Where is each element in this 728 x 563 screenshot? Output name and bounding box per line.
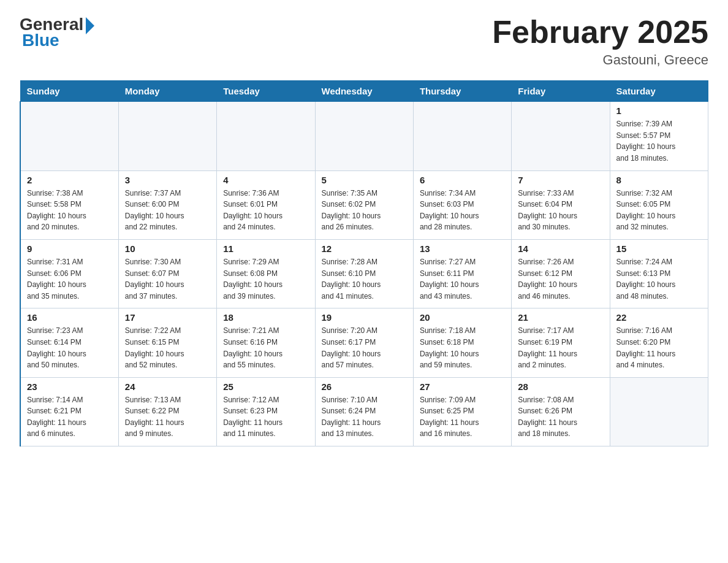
weekday-header-tuesday: Tuesday bbox=[217, 81, 315, 102]
day-info: Sunrise: 7:21 AM Sunset: 6:16 PM Dayligh… bbox=[223, 325, 308, 370]
calendar-cell: 12Sunrise: 7:28 AM Sunset: 6:10 PM Dayli… bbox=[315, 239, 413, 308]
weekday-header-row: SundayMondayTuesdayWednesdayThursdayFrid… bbox=[20, 81, 708, 102]
day-number: 13 bbox=[420, 243, 505, 254]
week-row-2: 2Sunrise: 7:38 AM Sunset: 5:58 PM Daylig… bbox=[20, 170, 708, 239]
day-number: 1 bbox=[616, 105, 702, 116]
week-row-3: 9Sunrise: 7:31 AM Sunset: 6:06 PM Daylig… bbox=[20, 239, 708, 308]
weekday-header-sunday: Sunday bbox=[20, 81, 118, 102]
calendar-cell: 8Sunrise: 7:32 AM Sunset: 6:05 PM Daylig… bbox=[610, 170, 708, 239]
day-info: Sunrise: 7:38 AM Sunset: 5:58 PM Dayligh… bbox=[27, 188, 112, 233]
day-number: 2 bbox=[27, 175, 112, 185]
day-info: Sunrise: 7:28 AM Sunset: 6:10 PM Dayligh… bbox=[322, 256, 407, 302]
day-number: 28 bbox=[518, 381, 603, 392]
calendar-cell: 21Sunrise: 7:17 AM Sunset: 6:19 PM Dayli… bbox=[512, 308, 610, 377]
day-info: Sunrise: 7:08 AM Sunset: 6:26 PM Dayligh… bbox=[518, 394, 603, 440]
calendar-cell: 13Sunrise: 7:27 AM Sunset: 6:11 PM Dayli… bbox=[413, 239, 511, 308]
day-info: Sunrise: 7:22 AM Sunset: 6:15 PM Dayligh… bbox=[125, 325, 210, 370]
calendar-cell: 7Sunrise: 7:33 AM Sunset: 6:04 PM Daylig… bbox=[512, 170, 610, 239]
calendar-cell: 2Sunrise: 7:38 AM Sunset: 5:58 PM Daylig… bbox=[20, 170, 118, 239]
logo-blue-text: Blue bbox=[22, 31, 59, 50]
day-number: 26 bbox=[322, 381, 407, 392]
day-info: Sunrise: 7:36 AM Sunset: 6:01 PM Dayligh… bbox=[223, 188, 308, 233]
day-number: 15 bbox=[616, 243, 702, 254]
week-row-5: 23Sunrise: 7:14 AM Sunset: 6:21 PM Dayli… bbox=[20, 377, 708, 446]
calendar-cell: 1Sunrise: 7:39 AM Sunset: 5:57 PM Daylig… bbox=[610, 102, 708, 170]
calendar-cell: 26Sunrise: 7:10 AM Sunset: 6:24 PM Dayli… bbox=[315, 377, 413, 446]
calendar-cell: 25Sunrise: 7:12 AM Sunset: 6:23 PM Dayli… bbox=[217, 377, 315, 446]
day-number: 4 bbox=[223, 175, 308, 185]
day-number: 12 bbox=[322, 243, 407, 254]
day-info: Sunrise: 7:30 AM Sunset: 6:07 PM Dayligh… bbox=[125, 256, 210, 302]
calendar-cell: 23Sunrise: 7:14 AM Sunset: 6:21 PM Dayli… bbox=[20, 377, 118, 446]
day-info: Sunrise: 7:14 AM Sunset: 6:21 PM Dayligh… bbox=[27, 394, 112, 440]
day-info: Sunrise: 7:23 AM Sunset: 6:14 PM Dayligh… bbox=[27, 325, 112, 370]
calendar-cell: 22Sunrise: 7:16 AM Sunset: 6:20 PM Dayli… bbox=[610, 308, 708, 377]
day-info: Sunrise: 7:10 AM Sunset: 6:24 PM Dayligh… bbox=[322, 394, 407, 440]
day-number: 17 bbox=[125, 312, 210, 323]
day-number: 24 bbox=[125, 381, 210, 392]
day-number: 10 bbox=[125, 243, 210, 254]
calendar-cell: 14Sunrise: 7:26 AM Sunset: 6:12 PM Dayli… bbox=[512, 239, 610, 308]
day-info: Sunrise: 7:12 AM Sunset: 6:23 PM Dayligh… bbox=[223, 394, 308, 440]
calendar-cell: 10Sunrise: 7:30 AM Sunset: 6:07 PM Dayli… bbox=[118, 239, 216, 308]
day-number: 5 bbox=[322, 175, 407, 185]
calendar-cell: 28Sunrise: 7:08 AM Sunset: 6:26 PM Dayli… bbox=[512, 377, 610, 446]
day-info: Sunrise: 7:32 AM Sunset: 6:05 PM Dayligh… bbox=[616, 188, 702, 233]
calendar-cell: 18Sunrise: 7:21 AM Sunset: 6:16 PM Dayli… bbox=[217, 308, 315, 377]
day-number: 11 bbox=[223, 243, 308, 254]
calendar-cell: 20Sunrise: 7:18 AM Sunset: 6:18 PM Dayli… bbox=[413, 308, 511, 377]
day-info: Sunrise: 7:24 AM Sunset: 6:13 PM Dayligh… bbox=[616, 256, 702, 302]
weekday-header-saturday: Saturday bbox=[610, 81, 708, 102]
day-info: Sunrise: 7:16 AM Sunset: 6:20 PM Dayligh… bbox=[616, 325, 702, 370]
day-number: 23 bbox=[27, 381, 112, 392]
day-number: 16 bbox=[27, 312, 112, 323]
day-info: Sunrise: 7:31 AM Sunset: 6:06 PM Dayligh… bbox=[27, 256, 112, 302]
calendar-cell: 3Sunrise: 7:37 AM Sunset: 6:00 PM Daylig… bbox=[118, 170, 216, 239]
day-info: Sunrise: 7:35 AM Sunset: 6:02 PM Dayligh… bbox=[322, 188, 407, 233]
calendar-cell: 6Sunrise: 7:34 AM Sunset: 6:03 PM Daylig… bbox=[413, 170, 511, 239]
calendar-table: SundayMondayTuesdayWednesdayThursdayFrid… bbox=[20, 80, 708, 446]
weekday-header-friday: Friday bbox=[512, 81, 610, 102]
weekday-header-thursday: Thursday bbox=[413, 81, 511, 102]
day-number: 6 bbox=[420, 175, 505, 185]
day-info: Sunrise: 7:29 AM Sunset: 6:08 PM Dayligh… bbox=[223, 256, 308, 302]
day-number: 22 bbox=[616, 312, 702, 323]
logo-arrow-icon bbox=[86, 17, 94, 34]
day-number: 25 bbox=[223, 381, 308, 392]
calendar-cell: 11Sunrise: 7:29 AM Sunset: 6:08 PM Dayli… bbox=[217, 239, 315, 308]
calendar-cell bbox=[118, 102, 216, 170]
day-info: Sunrise: 7:27 AM Sunset: 6:11 PM Dayligh… bbox=[420, 256, 505, 302]
calendar-cell bbox=[315, 102, 413, 170]
calendar-cell bbox=[610, 377, 708, 446]
calendar-cell: 17Sunrise: 7:22 AM Sunset: 6:15 PM Dayli… bbox=[118, 308, 216, 377]
day-info: Sunrise: 7:26 AM Sunset: 6:12 PM Dayligh… bbox=[518, 256, 603, 302]
calendar-cell bbox=[413, 102, 511, 170]
calendar-cell bbox=[512, 102, 610, 170]
day-info: Sunrise: 7:18 AM Sunset: 6:18 PM Dayligh… bbox=[420, 325, 505, 370]
day-number: 19 bbox=[322, 312, 407, 323]
calendar-cell bbox=[217, 102, 315, 170]
main-title: February 2025 bbox=[492, 15, 708, 50]
calendar-cell: 19Sunrise: 7:20 AM Sunset: 6:17 PM Dayli… bbox=[315, 308, 413, 377]
day-number: 21 bbox=[518, 312, 603, 323]
calendar-cell: 4Sunrise: 7:36 AM Sunset: 6:01 PM Daylig… bbox=[217, 170, 315, 239]
day-number: 3 bbox=[125, 175, 210, 185]
day-info: Sunrise: 7:13 AM Sunset: 6:22 PM Dayligh… bbox=[125, 394, 210, 440]
week-row-4: 16Sunrise: 7:23 AM Sunset: 6:14 PM Dayli… bbox=[20, 308, 708, 377]
day-info: Sunrise: 7:09 AM Sunset: 6:25 PM Dayligh… bbox=[420, 394, 505, 440]
day-info: Sunrise: 7:17 AM Sunset: 6:19 PM Dayligh… bbox=[518, 325, 603, 370]
logo: General Blue bbox=[20, 15, 94, 50]
subtitle: Gastouni, Greece bbox=[492, 52, 708, 68]
day-info: Sunrise: 7:37 AM Sunset: 6:00 PM Dayligh… bbox=[125, 188, 210, 233]
calendar-cell: 9Sunrise: 7:31 AM Sunset: 6:06 PM Daylig… bbox=[20, 239, 118, 308]
day-number: 20 bbox=[420, 312, 505, 323]
day-info: Sunrise: 7:39 AM Sunset: 5:57 PM Dayligh… bbox=[616, 118, 702, 164]
day-number: 9 bbox=[27, 243, 112, 254]
page-header: General Blue February 2025 Gastouni, Gre… bbox=[20, 15, 708, 68]
week-row-1: 1Sunrise: 7:39 AM Sunset: 5:57 PM Daylig… bbox=[20, 102, 708, 170]
calendar-cell: 5Sunrise: 7:35 AM Sunset: 6:02 PM Daylig… bbox=[315, 170, 413, 239]
day-info: Sunrise: 7:33 AM Sunset: 6:04 PM Dayligh… bbox=[518, 188, 603, 233]
day-number: 14 bbox=[518, 243, 603, 254]
day-number: 7 bbox=[518, 175, 603, 185]
weekday-header-wednesday: Wednesday bbox=[315, 81, 413, 102]
